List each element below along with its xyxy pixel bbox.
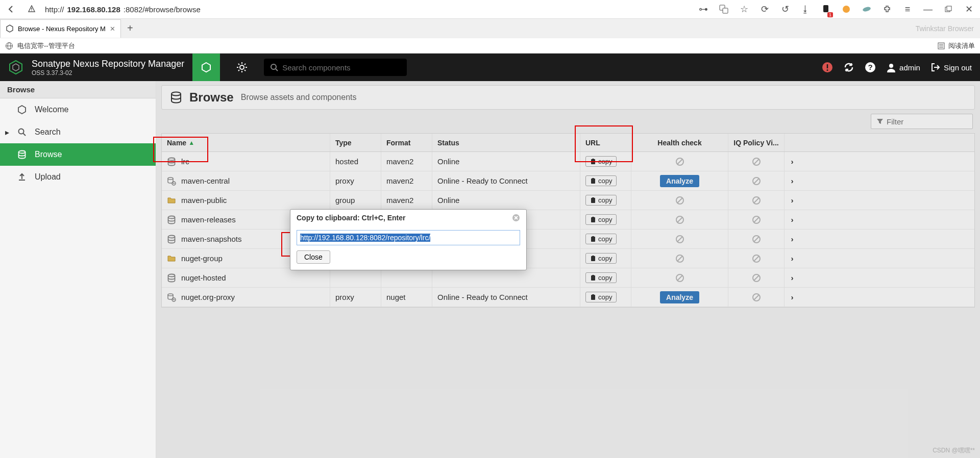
copy-url-button[interactable]: copy [585,175,617,186]
browse-mode-button[interactable] [192,54,220,81]
admin-mode-button[interactable] [228,54,256,81]
ext-icon-1[interactable]: 1 [819,2,833,16]
svg-line-88 [754,275,759,281]
svg-line-86 [677,275,682,281]
row-expand-icon[interactable]: › [785,210,800,229]
back-button[interactable] [4,2,18,16]
ext-icon-3[interactable] [860,2,874,16]
dialog-close-button[interactable]: Close [297,250,330,264]
copy-url-button[interactable]: copy [585,253,617,264]
help-icon[interactable]: ? [865,62,876,73]
filter-box[interactable] [871,114,973,129]
site-info-icon[interactable] [24,2,39,16]
table-row[interactable]: lrchostedmaven2Online copy› [162,152,974,171]
maximize-icon[interactable] [941,2,955,16]
signout-button[interactable]: Sign out [930,62,972,72]
new-tab-button[interactable]: + [121,19,139,38]
reading-list[interactable]: 阅读清单 [948,41,975,50]
hex-icon [17,105,28,114]
url-host: 192.168.80.128 [67,5,120,14]
minimize-icon[interactable]: — [921,2,935,16]
table-row[interactable]: maven-snapshots copy› [162,230,974,249]
sidebar-item-search[interactable]: ▸Search [0,121,156,143]
not-available-icon [675,235,684,244]
browser-chrome: http://192.168.80.128:8082/#browse/brows… [0,0,980,54]
row-expand-icon[interactable]: › [785,191,800,210]
row-expand-icon[interactable]: › [785,152,800,171]
repo-name: nuget-group [181,254,223,263]
col-format[interactable]: Format [381,134,432,151]
table-row[interactable]: nuget.org-proxyproxynugetOnline - Ready … [162,288,974,307]
table-row[interactable]: maven-publicgroupmaven2Online copy› [162,191,974,210]
close-window-icon[interactable]: ✕ [962,2,976,16]
not-available-icon [675,215,684,224]
alert-icon[interactable] [822,62,833,73]
copy-url-button[interactable]: copy [585,234,617,244]
table-row[interactable]: maven-releaseshostedmaven2Online copy› [162,210,974,230]
row-expand-icon[interactable]: › [785,171,800,190]
copy-url-button[interactable]: copy [585,214,617,225]
row-expand-icon[interactable]: › [785,249,800,268]
repo-name: nuget-hosted [181,273,226,282]
sidebar-item-browse[interactable]: Browse [0,143,156,166]
svg-marker-9 [7,25,13,32]
row-expand-icon[interactable]: › [785,268,800,287]
row-expand-icon[interactable]: › [785,288,800,307]
col-health[interactable]: Health check [631,134,728,151]
svg-point-29 [271,64,276,69]
history-icon[interactable]: ↺ [778,2,792,16]
analyze-button[interactable]: Analyze [660,175,699,187]
tab-strip: Browse - Nexus Repository M ✕ + Twinksta… [0,18,980,38]
col-iq[interactable]: IQ Policy Vi... [728,134,785,151]
table-row[interactable]: nuget-hosted copy› [162,268,974,288]
repo-name: maven-public [181,196,227,205]
col-url[interactable]: URL [580,134,631,151]
copy-url-button[interactable]: copy [585,195,617,206]
watermark: CSDN @嘿嘿** [933,446,975,455]
repo-format: nuget [381,288,432,307]
header-search-input[interactable] [282,63,401,72]
proxy-icon [167,293,176,302]
tab-close-icon[interactable]: ✕ [110,25,115,33]
page-title: Browse [189,90,234,105]
translate-icon[interactable] [717,2,731,16]
reload-icon[interactable]: ⟳ [757,2,772,16]
copy-url-button[interactable]: copy [585,272,617,283]
key-icon[interactable]: ⊶ [696,2,710,16]
row-expand-icon[interactable]: › [785,230,800,248]
browser-tab[interactable]: Browse - Nexus Repository M ✕ [0,19,121,38]
ext-icon-2[interactable] [839,2,853,16]
col-status[interactable]: Status [432,134,580,151]
svg-rect-52 [591,179,595,184]
copy-url-button[interactable]: copy [585,156,617,167]
dialog-title: Copy to clipboard: Ctrl+C, Enter [297,214,406,222]
extensions-icon[interactable] [880,2,894,16]
search-icon [270,63,278,71]
refresh-icon[interactable] [843,62,854,73]
sidebar-item-welcome[interactable]: Welcome [0,98,156,121]
svg-line-75 [754,237,759,242]
sidebar-item-label: Browse [35,150,62,159]
svg-line-39 [23,134,26,136]
table-row[interactable]: nuget-group copy› [162,249,974,268]
filter-input[interactable] [887,117,967,126]
bookmark-item[interactable]: 电信宽带--管理平台 [17,41,75,50]
analyze-button[interactable]: Analyze [660,291,699,303]
download-icon[interactable]: ⭳ [798,2,813,16]
copy-url-button[interactable]: copy [585,292,617,302]
menu-icon[interactable]: ≡ [900,2,915,16]
col-type[interactable]: Type [330,134,381,151]
dialog-close-icon[interactable] [512,214,520,222]
header-search[interactable] [264,59,407,76]
url-text[interactable]: http://192.168.80.128:8082/#browse/brows… [45,5,201,14]
svg-point-36 [889,64,893,68]
user-menu[interactable]: admin [886,62,920,72]
col-name[interactable]: Name▲ [162,134,330,151]
sidebar-item-upload[interactable]: Upload [0,166,156,188]
dialog-url-input[interactable] [297,230,520,245]
not-available-icon [752,176,761,186]
url-path: :8082/#browse/browse [124,5,201,14]
svg-rect-70 [591,237,595,242]
star-icon[interactable]: ☆ [737,2,751,16]
table-row[interactable]: maven-centralproxymaven2Online - Ready t… [162,171,974,191]
